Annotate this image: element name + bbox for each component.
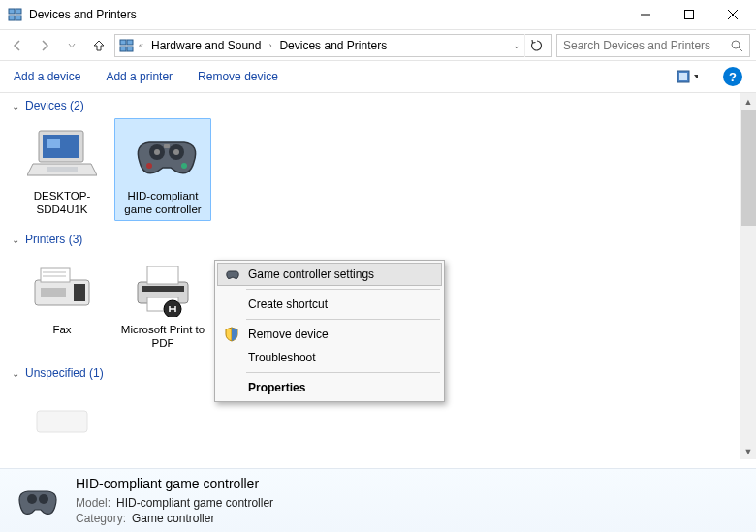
svg-point-23 [173,149,179,155]
svg-rect-5 [684,11,693,19]
section-header-devices[interactable]: ⌄ Devices (2) [0,93,756,114]
window-icon [8,7,23,22]
nav-bar: « Hardware and Sound › Devices and Print… [0,29,756,60]
printer-label: Microsoft Print to PDF [119,323,206,350]
svg-rect-10 [120,47,126,51]
svg-point-45 [39,494,48,504]
context-item-label: Properties [248,381,305,394]
gamepad-icon [128,123,198,185]
breadcrumb-hardware[interactable]: Hardware and Sound [147,39,265,52]
forward-button[interactable] [33,34,56,57]
close-button[interactable] [710,0,754,29]
address-bar[interactable]: « Hardware and Sound › Devices and Print… [114,34,552,57]
device-icon [27,391,97,453]
section-title: Printers (3) [25,233,82,246]
chevron-down-icon: ⌄ [12,101,19,111]
view-mode-button[interactable] [677,68,698,85]
search-box[interactable] [556,34,750,57]
printer-item-fax[interactable]: Fax [14,252,110,355]
context-item-label: Game controller settings [248,267,374,281]
context-item-label: Create shortcut [248,297,328,311]
vertical-scrollbar[interactable]: ▲ ▼ [740,93,756,459]
svg-rect-28 [41,268,70,282]
svg-point-25 [146,163,152,169]
context-create-shortcut[interactable]: Create shortcut [217,293,442,316]
svg-line-13 [739,47,742,51]
gamepad-icon [14,477,62,525]
breadcrumb-devices[interactable]: Devices and Printers [275,39,391,52]
svg-point-44 [27,494,37,504]
details-model-value: HID-compliant game controller [116,495,273,511]
laptop-icon [27,123,97,185]
help-button[interactable]: ? [723,67,742,86]
details-model-label: Model: [76,495,110,511]
separator [246,289,440,290]
search-icon[interactable] [730,39,743,52]
svg-rect-30 [41,288,66,297]
chevron-down-icon: ⌄ [12,368,19,379]
device-label: DESKTOP-SDD4U1K [18,189,106,216]
svg-rect-3 [16,16,21,20]
context-game-controller-settings[interactable]: Game controller settings [217,263,442,286]
context-item-label: Troubleshoot [248,351,316,364]
context-item-label: Remove device [248,328,329,341]
svg-rect-18 [47,139,60,148]
address-dropdown[interactable]: ⌄ [513,41,520,50]
section-title: Devices (2) [25,99,84,112]
devices-icon [119,38,135,53]
details-info: HID-compliant game controller Model: HID… [76,476,273,526]
svg-rect-24 [164,144,170,148]
chevron-icon[interactable]: « [139,41,143,50]
maximize-button[interactable] [667,0,710,29]
context-remove-device[interactable]: Remove device [217,323,442,346]
printer-label: Fax [18,323,106,336]
title-bar: Devices and Printers [0,0,756,29]
shield-icon [223,326,240,343]
details-title: HID-compliant game controller [76,476,273,491]
device-item-desktop[interactable]: DESKTOP-SDD4U1K [14,118,110,221]
refresh-button[interactable] [524,34,548,57]
add-device-button[interactable]: Add a device [14,70,80,83]
scroll-thumb[interactable] [741,110,756,226]
printer-item-pdf[interactable]: Microsoft Print to PDF [114,252,211,355]
fax-icon [27,257,97,319]
separator [246,319,440,320]
svg-rect-0 [9,9,15,14]
context-troubleshoot[interactable]: Troubleshoot [217,346,442,369]
details-category-label: Category: [76,511,126,526]
svg-rect-8 [120,40,126,45]
gamepad-icon [224,266,241,283]
command-bar: Add a device Add a printer Remove device… [0,60,756,93]
device-item-gamecontroller[interactable]: HID-compliant game controller [114,118,211,221]
section-title: Unspecified (1) [25,366,104,380]
svg-rect-29 [74,284,85,301]
scroll-down-button[interactable]: ▼ [740,443,757,459]
svg-point-22 [154,149,160,155]
svg-point-26 [181,163,187,169]
section-header-printers[interactable]: ⌄ Printers (3) [0,227,756,248]
chevron-icon[interactable]: › [268,41,271,50]
back-button[interactable] [6,34,29,57]
minimize-button[interactable] [623,0,667,29]
device-label: HID-compliant game controller [119,189,206,216]
recent-dropdown[interactable] [60,34,83,57]
context-properties[interactable]: Properties [217,376,442,399]
up-button[interactable] [87,34,110,57]
details-pane: HID-compliant game controller Model: HID… [0,468,756,532]
remove-device-button[interactable]: Remove device [198,70,278,83]
search-input[interactable] [563,39,730,52]
window-title: Devices and Printers [29,8,623,21]
svg-rect-2 [9,16,15,20]
unspecified-item[interactable] [14,386,110,459]
separator [246,372,440,373]
svg-rect-36 [142,286,184,292]
context-menu: Game controller settings Create shortcut… [214,260,445,402]
add-printer-button[interactable]: Add a printer [106,70,173,83]
svg-rect-34 [147,266,178,284]
svg-point-12 [732,41,740,48]
scroll-up-button[interactable]: ▲ [740,93,757,110]
svg-rect-11 [127,47,133,51]
chevron-down-icon: ⌄ [12,235,19,245]
svg-rect-43 [37,411,87,432]
svg-rect-9 [127,40,133,45]
